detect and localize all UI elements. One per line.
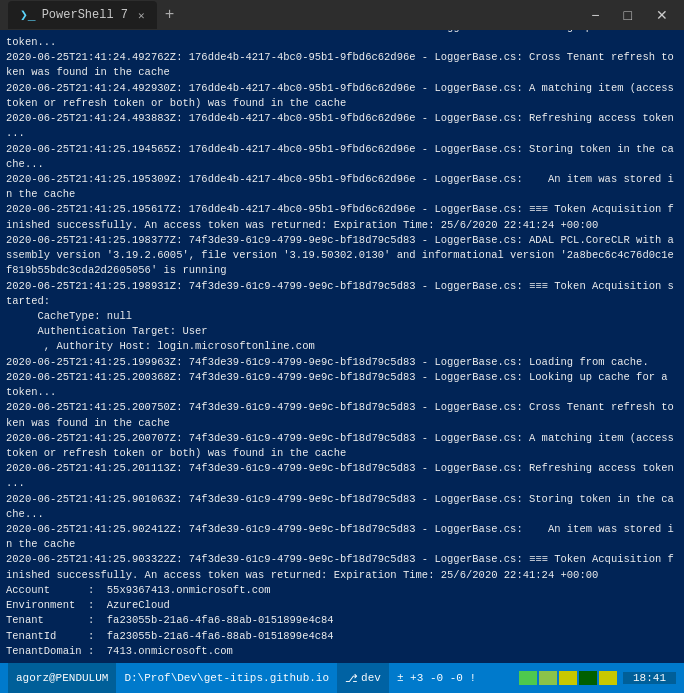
terminal-line: 2020-06-25T21:41:24.492930Z: 176dde4b-42…: [6, 81, 678, 111]
new-tab-button[interactable]: +: [159, 6, 181, 24]
terminal-line: TenantDomain : 7413.onmicrosoft.com: [6, 644, 678, 659]
bar-green-1: [519, 671, 537, 685]
terminal-line: TenantId : fa23055b-21a6-4fa6-88ab-01518…: [6, 629, 678, 644]
bar-dark: [579, 671, 597, 685]
terminal-line: 2020-06-25T21:41:25.901063Z: 74f3de39-61…: [6, 492, 678, 522]
title-tabs: ❯_ PowerShell 7 ✕ +: [8, 1, 567, 29]
terminal-line: 2020-06-25T21:41:25.200750Z: 74f3de39-61…: [6, 400, 678, 430]
terminal-line: 2020-06-25T21:41:25.200368Z: 74f3de39-61…: [6, 370, 678, 400]
terminal-line: 2020-06-25T21:41:25.195309Z: 176dde4b-42…: [6, 172, 678, 202]
bar-yellow: [559, 671, 577, 685]
user-label: agorz@PENDULUM: [16, 672, 108, 684]
maximize-button[interactable]: □: [616, 0, 640, 30]
terminal-line: 2020-06-25T21:41:24.491497Z: 176dde4b-42…: [6, 30, 678, 50]
terminal-line: 2020-06-25T21:41:25.199963Z: 74f3de39-61…: [6, 355, 678, 370]
terminal-line: CacheType: null: [6, 309, 678, 324]
status-right-section: 18:41: [519, 671, 676, 685]
terminal-line: 2020-06-25T21:41:24.492762Z: 176dde4b-42…: [6, 50, 678, 80]
bar-green-2: [539, 671, 557, 685]
terminal-line: Tenant : fa23055b-21a6-4fa6-88ab-0151899…: [6, 613, 678, 628]
status-bar: agorz@PENDULUM D:\Prof\Dev\get-itips.git…: [0, 663, 684, 693]
terminal-line: 2020-06-25T21:41:25.194565Z: 176dde4b-42…: [6, 142, 678, 172]
git-icon: ⎇: [345, 672, 358, 685]
bar-yellow-2: [599, 671, 617, 685]
status-time: 18:41: [623, 672, 676, 684]
terminal-line: , Authority Host: login.microsoftonline.…: [6, 339, 678, 354]
time-label: 18:41: [633, 672, 666, 684]
terminal-line: 2020-06-25T21:41:24.493883Z: 176dde4b-42…: [6, 111, 678, 141]
terminal-line: 2020-06-25T21:41:25.902412Z: 74f3de39-61…: [6, 522, 678, 552]
active-tab[interactable]: ❯_ PowerShell 7 ✕: [8, 1, 157, 29]
window-controls: − □ ✕: [583, 0, 676, 30]
git-status-label: ± +3 -0 -0 !: [397, 672, 476, 684]
status-path: D:\Prof\Dev\get-itips.github.io: [116, 663, 337, 693]
status-user: agorz@PENDULUM: [8, 663, 116, 693]
status-git-branch: ⎇ dev: [337, 663, 389, 693]
terminal-line: 2020-06-25T21:41:25.198377Z: 74f3de39-61…: [6, 233, 678, 279]
terminal-line: Account : 55x9367413.onmicrosoft.com: [6, 583, 678, 598]
git-branch-label: dev: [361, 672, 381, 684]
tab-close[interactable]: ✕: [138, 9, 145, 22]
terminal-line: 2020-06-25T21:41:25.198931Z: 74f3de39-61…: [6, 279, 678, 309]
terminal-line: 2020-06-25T21:41:25.195617Z: 176dde4b-42…: [6, 202, 678, 232]
terminal-line: Environment : AzureCloud: [6, 598, 678, 613]
terminal-output[interactable]: 2020-06-25T21:41:23.462956Z: ba67bac7-53…: [0, 30, 684, 663]
minimize-button[interactable]: −: [583, 0, 607, 30]
status-git-status: ± +3 -0 -0 !: [389, 663, 484, 693]
app-window: ❯_ PowerShell 7 ✕ + − □ ✕ 2020-06-25T21:…: [0, 0, 684, 693]
terminal-line: 2020-06-25T21:41:25.903322Z: 74f3de39-61…: [6, 552, 678, 582]
close-button[interactable]: ✕: [648, 0, 676, 30]
terminal-line: Authentication Target: User: [6, 324, 678, 339]
tab-icon: ❯_: [20, 7, 36, 23]
terminal-line: 2020-06-25T21:41:25.201113Z: 74f3de39-61…: [6, 461, 678, 491]
title-bar: ❯_ PowerShell 7 ✕ + − □ ✕: [0, 0, 684, 30]
tab-label: PowerShell 7: [42, 8, 128, 22]
color-bars: [519, 671, 617, 685]
terminal-line: 2020-06-25T21:41:25.200707Z: 74f3de39-61…: [6, 431, 678, 461]
path-label: D:\Prof\Dev\get-itips.github.io: [124, 672, 329, 684]
